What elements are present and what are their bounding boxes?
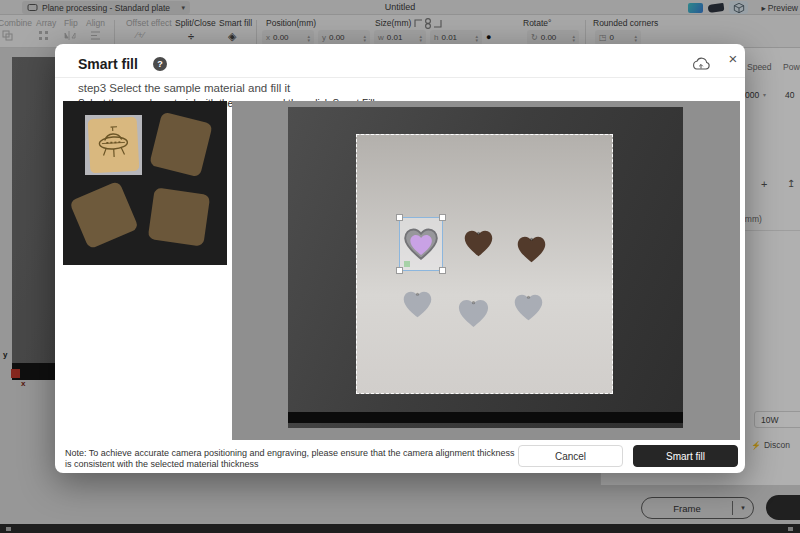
resize-handle-nw[interactable] [396,214,403,221]
resize-handle-sw[interactable] [396,267,403,274]
sample-thumbnail[interactable] [63,101,227,265]
smart-fill-confirm-button[interactable]: Smart fill [633,445,738,467]
work-plate [356,134,613,394]
camera-view[interactable] [232,101,740,440]
pendant-heart-silver [511,291,546,324]
cancel-button[interactable]: Cancel [518,445,623,467]
pendant-heart-silver [455,296,492,331]
ufo-engraving [88,117,140,173]
step-title: step3 Select the sample material and fil… [78,82,290,94]
help-icon[interactable]: ? [153,57,167,71]
smart-fill-dialog: Smart fill ? × step3 Select the sample m… [55,44,745,473]
pendant-heart-brown [461,227,496,260]
resize-handle-ne[interactable] [439,214,446,221]
fill-marker-dot [404,261,410,267]
camera-photo-bottom-strip [288,412,683,423]
selected-object-box[interactable] [399,217,443,271]
close-icon[interactable]: × [724,50,742,67]
pendant-heart-selected[interactable] [402,223,440,265]
xcs-app: Plane processing - Standard plate ▾ Unti… [0,0,800,533]
sample-card-engraved[interactable] [88,117,140,173]
resize-handle-se[interactable] [439,267,446,274]
sample-square[interactable] [149,112,213,178]
cloud-sync-icon[interactable] [691,55,711,73]
selected-sample-highlight[interactable] [85,115,142,175]
sample-square[interactable] [148,187,211,246]
pendant-heart-silver [400,288,435,321]
pendant-heart-brown [514,233,549,266]
dialog-note: Note: To achieve accurate camera positio… [65,448,517,469]
camera-photo [288,107,683,428]
header-divider [55,77,745,78]
sample-square[interactable] [69,181,139,250]
dialog-title: Smart fill [78,56,138,72]
